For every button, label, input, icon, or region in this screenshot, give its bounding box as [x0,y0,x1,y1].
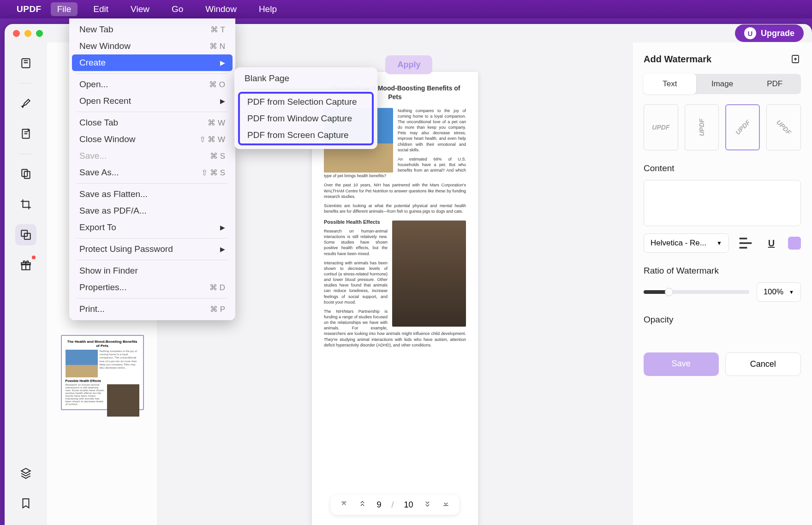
align-button[interactable] [736,234,755,252]
preset-diagonal-up[interactable]: UPDF [725,104,760,150]
next-page-button[interactable] [424,500,432,510]
opacity-label: Opacity [644,315,801,325]
prev-page-button[interactable] [358,500,366,510]
close-window-button[interactable] [13,30,20,37]
upgrade-label: Upgrade [761,29,794,38]
underline-button[interactable]: U [762,234,781,252]
cancel-button[interactable]: Cancel [725,352,801,376]
separator [242,89,370,89]
upgrade-button[interactable]: U Upgrade [735,24,804,42]
menu-properties[interactable]: Properties...⌘ D [72,279,233,296]
first-page-button[interactable] [340,500,348,510]
apply-button[interactable]: Apply [385,55,432,74]
organize-tool[interactable] [15,163,36,185]
menu-view[interactable]: View [124,2,156,16]
menu-new-window[interactable]: New Window⌘ N [72,38,233,54]
preset-horizontal[interactable]: UPDF [644,104,678,150]
last-page-button[interactable] [442,500,450,510]
crop-tool[interactable] [15,194,36,215]
page-thumbnail[interactable]: The Health and Mood-Boosting Benefits of… [61,335,144,410]
font-selector[interactable]: Helvetica - Re... ▼ [644,233,729,253]
ratio-value: 100% [764,287,783,297]
menu-save-flatten[interactable]: Save as Flatten... [72,186,233,203]
menu-close-window[interactable]: Close Window⇧ ⌘ W [72,131,233,148]
panel-title-text: Add Watermark [644,54,711,65]
watermark-tool[interactable] [15,224,36,245]
thumb-heading: Possible Health Effects [66,379,139,382]
separator [77,260,228,260]
doc-p3: Over the past 10 years, NIH has partnere… [324,182,466,199]
total-pages: 10 [404,500,413,510]
gift-button[interactable] [15,255,36,276]
save-button[interactable]: Save [644,352,719,376]
chevron-right-icon: ▶ [220,224,225,231]
menu-edit[interactable]: Edit [87,2,115,16]
system-menubar: UPDF File Edit View Go Window Help [0,0,812,18]
chevron-down-icon: ▼ [716,240,722,246]
ratio-slider[interactable] [644,290,749,294]
menu-window[interactable]: Window [199,2,243,16]
preset-diagonal-down[interactable]: UPDF [766,104,801,150]
capture-highlight-box: PDF from Selection Capture PDF from Wind… [238,92,374,145]
comment-tool[interactable] [15,93,36,114]
upgrade-badge-icon: U [744,27,756,39]
preset-vertical[interactable]: UPDF [685,104,719,150]
ratio-label: Ratio of Watermark [644,266,801,276]
separator [77,298,228,298]
menu-new-tab[interactable]: New Tab⌘ T [72,21,233,38]
separator [77,183,228,184]
menu-save[interactable]: Save...⌘ S [72,148,233,164]
menu-create[interactable]: Create▶ [72,54,233,71]
menu-print[interactable]: Print...⌘ P [72,301,233,317]
separator [77,112,228,112]
menu-show-finder[interactable]: Show in Finder [72,262,233,279]
submenu-blank-page[interactable]: Blank Page [237,70,375,87]
menu-go[interactable]: Go [165,2,190,16]
current-page[interactable]: 9 [376,500,381,510]
submenu-screen-capture[interactable]: PDF from Screen Capture [240,127,372,143]
tab-pdf[interactable]: PDF [748,74,801,94]
menu-protect-password[interactable]: Protect Using Password▶ [72,241,233,257]
page-separator: / [391,500,394,510]
tab-image[interactable]: Image [696,74,749,94]
separator [77,238,228,239]
minimize-window-button[interactable] [24,30,31,37]
reset-icon[interactable] [790,54,801,65]
dog-image [392,221,466,327]
watermark-panel: Add Watermark Text Image PDF UPDF UPDF U… [632,42,812,525]
submenu-selection-capture[interactable]: PDF from Selection Capture [240,94,372,110]
left-toolbar [5,42,47,525]
menu-open[interactable]: Open...⌘ O [72,76,233,93]
svg-rect-0 [22,59,30,68]
watermark-content-input[interactable] [644,180,801,226]
separator [19,83,33,84]
menu-open-recent[interactable]: Open Recent▶ [72,93,233,109]
thumb-text: Nothing compares to the joy of coming ho… [100,350,139,377]
chevron-right-icon: ▶ [220,59,225,66]
ratio-value-selector[interactable]: 100% ▼ [757,282,801,302]
app-name[interactable]: UPDF [17,4,42,14]
panel-title: Add Watermark [644,54,801,65]
menu-export-to[interactable]: Export To▶ [72,219,233,236]
menu-close-tab[interactable]: Close Tab⌘ W [72,114,233,131]
menu-save-pdfa[interactable]: Save as PDF/A... [72,203,233,219]
submenu-window-capture[interactable]: PDF from Window Capture [240,110,372,127]
separator [77,73,228,74]
content-label: Content [644,163,801,173]
maximize-window-button[interactable] [36,30,43,37]
menu-file[interactable]: File [51,2,78,16]
menu-save-as[interactable]: Save As...⇧ ⌘ S [72,164,233,181]
edit-tool[interactable] [15,123,36,144]
tab-text[interactable]: Text [644,74,696,94]
chevron-down-icon: ▼ [789,289,794,295]
slider-thumb[interactable] [665,288,673,296]
bookmark-button[interactable] [15,493,36,514]
separator [19,154,33,154]
font-name: Helvetica - Re... [651,239,706,248]
menu-help[interactable]: Help [252,2,283,16]
color-swatch[interactable] [788,237,801,250]
file-menu-dropdown: New Tab⌘ T New Window⌘ N Create▶ Open...… [69,18,235,320]
layers-button[interactable] [15,462,36,483]
chevron-right-icon: ▶ [220,245,225,253]
reader-tool[interactable] [15,53,36,74]
